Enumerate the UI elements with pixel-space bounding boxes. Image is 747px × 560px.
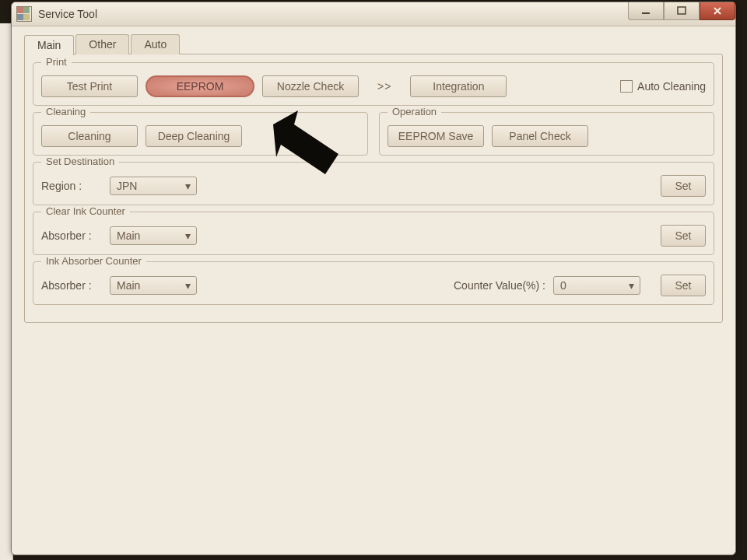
group-operation: Operation EEPROM Save Panel Check [379,112,714,156]
counter-value-select[interactable]: 0 ▾ [553,276,640,295]
maximize-icon [677,6,686,16]
group-clearink-legend: Clear Ink Counter [41,205,130,217]
clearink-absorber-value: Main [117,229,182,242]
minimize-button[interactable] [628,2,664,20]
group-dest-legend: Set Destination [41,156,119,167]
eeprom-save-button[interactable]: EEPROM Save [388,125,484,147]
print-row: Test Print EEPROM Nozzle Check >> Integr… [41,75,706,97]
cleaning-button[interactable]: Cleaning [41,125,138,147]
maximize-button[interactable] [664,2,700,20]
close-button[interactable] [700,2,735,20]
service-tool-window: Service Tool Main Other Auto [11,2,736,555]
panel-check-button[interactable]: Panel Check [492,125,588,147]
clearink-absorber-label: Absorber : [41,229,102,242]
deep-cleaning-button[interactable]: Deep Cleaning [146,125,242,147]
inkabs-absorber-select[interactable]: Main ▾ [110,276,197,295]
minimize-icon [641,6,651,16]
inkabs-absorber-label: Absorber : [41,279,102,292]
checkbox-icon [620,80,633,93]
cleaning-operation-row: Cleaning Cleaning Deep Cleaning Operatio… [33,112,714,162]
chevron-down-icon: ▾ [182,279,193,292]
chevron-down-icon: ▾ [182,180,193,192]
counter-value: 0 [560,279,626,292]
tab-auto[interactable]: Auto [131,34,180,54]
more-indicator: >> [366,80,402,93]
close-icon [713,6,722,16]
tab-strip: Main Other Auto [24,34,723,54]
clearink-set-button[interactable]: Set [661,225,706,247]
group-set-destination: Set Destination Region : JPN ▾ Set [33,162,714,205]
eeprom-button[interactable]: EEPROM [146,75,254,97]
auto-cleaning-label: Auto Cleaning [637,80,706,93]
inkabs-absorber-value: Main [117,279,182,292]
clearink-absorber-select[interactable]: Main ▾ [110,226,197,245]
chevron-down-icon: ▾ [626,279,637,292]
region-select[interactable]: JPN ▾ [110,177,197,195]
tab-panel-main: Print Test Print EEPROM Nozzle Check >> … [24,54,723,323]
chevron-down-icon: ▾ [182,229,193,242]
counter-value-label: Counter Value(%) : [454,279,545,292]
region-value: JPN [117,180,182,192]
window-title: Service Tool [38,8,97,20]
group-clear-ink: Clear Ink Counter Absorber : Main ▾ Set [33,212,714,255]
app-icon [16,6,32,22]
group-print: Print Test Print EEPROM Nozzle Check >> … [33,62,714,106]
dest-set-button[interactable]: Set [661,175,706,197]
region-label: Region : [41,180,102,192]
svg-rect-0 [642,12,650,14]
integration-button[interactable]: Integration [410,75,507,97]
auto-cleaning-checkbox[interactable]: Auto Cleaning [620,80,706,93]
tab-main[interactable]: Main [24,35,74,55]
test-print-button[interactable]: Test Print [41,75,138,97]
group-cleaning-legend: Cleaning [41,106,90,117]
title-bar[interactable]: Service Tool [12,2,735,26]
group-inkabs-legend: Ink Absorber Counter [41,255,146,267]
group-cleaning: Cleaning Cleaning Deep Cleaning [33,112,368,156]
client-area: Main Other Auto Print Test Print EEPROM … [12,26,735,555]
inkabs-set-button[interactable]: Set [661,275,706,296]
tab-other[interactable]: Other [75,34,129,54]
group-ink-absorber: Ink Absorber Counter Absorber : Main ▾ C… [33,261,714,305]
svg-rect-1 [678,7,686,14]
group-operation-legend: Operation [388,106,441,117]
window-controls [628,2,735,19]
screen: Service Tool Main Other Auto [0,0,747,560]
nozzle-check-button[interactable]: Nozzle Check [262,75,359,97]
group-print-legend: Print [41,56,72,68]
